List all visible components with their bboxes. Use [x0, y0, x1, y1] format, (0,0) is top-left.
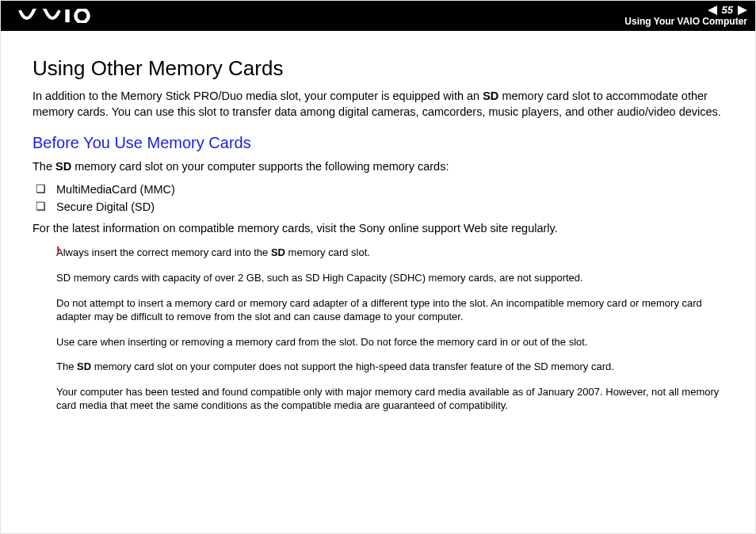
warning-block: ! Always insert the correct memory card … [32, 246, 724, 412]
note-text: Use care when inserting or removing a me… [56, 336, 588, 348]
vaio-logo-svg [13, 9, 101, 23]
note-text: memory card slot on your computer does n… [91, 360, 614, 372]
note-text: Do not attempt to insert a memory card o… [56, 297, 702, 323]
svg-point-1 [75, 10, 88, 22]
note-text: Always insert the correct memory card in… [56, 246, 271, 258]
note-paragraph: SD memory cards with capacity of over 2 … [56, 271, 724, 285]
content-area: Using Other Memory Cards In addition to … [1, 31, 755, 533]
note-bold: SD [271, 246, 285, 258]
header-bar: 55 Using Your VAIO Computer [1, 1, 755, 31]
note-paragraph: Your computer has been tested and found … [56, 385, 724, 413]
section-label: Using Your VAIO Computer [624, 16, 747, 27]
vaio-logo [13, 9, 101, 23]
latest-info: For the latest information on compatible… [32, 222, 724, 235]
list-item: Secure Digital (SD) [32, 198, 724, 216]
note-text: memory card slot. [285, 246, 370, 258]
note-text: SD memory cards with capacity of over 2 … [56, 272, 583, 284]
sub-intro: The SD memory card slot on your computer… [32, 158, 724, 174]
sub-intro-text: memory card slot on your computer suppor… [71, 160, 449, 173]
pager: 55 [708, 5, 747, 15]
page: 55 Using Your VAIO Computer Using Other … [0, 0, 756, 534]
page-number: 55 [719, 5, 736, 15]
list-item: MultiMediaCard (MMC) [32, 181, 724, 198]
subsection-title: Before You Use Memory Cards [32, 134, 724, 152]
note-paragraph: The SD memory card slot on your computer… [56, 360, 724, 374]
intro-text: In addition to the Memory Stick PRO/Duo … [32, 90, 483, 102]
note-paragraph: Always insert the correct memory card in… [56, 246, 724, 260]
sub-intro-bold-sd: SD [55, 160, 71, 173]
prev-page-icon[interactable] [708, 6, 717, 15]
note-paragraph: Do not attempt to insert a memory card o… [56, 296, 724, 324]
sub-intro-text: The [32, 160, 55, 173]
page-title: Using Other Memory Cards [32, 56, 724, 81]
warning-icon: ! [56, 244, 60, 257]
note-bold: SD [77, 360, 91, 372]
note-text: Your computer has been tested and found … [56, 386, 719, 412]
intro-paragraph: In addition to the Memory Stick PRO/Duo … [32, 89, 724, 120]
note-paragraph: Use care when inserting or removing a me… [56, 335, 724, 349]
svg-rect-0 [65, 10, 69, 22]
supported-cards-list: MultiMediaCard (MMC) Secure Digital (SD) [32, 181, 724, 216]
note-text: The [56, 360, 77, 372]
intro-bold-sd: SD [483, 90, 498, 102]
header-right: 55 Using Your VAIO Computer [624, 5, 747, 27]
next-page-icon[interactable] [738, 6, 747, 15]
